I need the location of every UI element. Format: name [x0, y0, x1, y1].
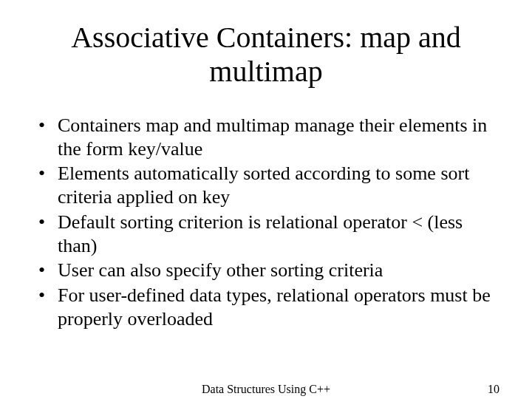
page-number: 10 — [488, 383, 499, 396]
bullet-list: Containers map and multimap manage their… — [30, 114, 502, 330]
list-item: User can also specify other sorting crit… — [37, 259, 502, 282]
footer-text: Data Structures Using C++ — [0, 383, 532, 396]
list-item: Elements automatically sorted according … — [37, 162, 502, 208]
slide-title: Associative Containers: map and multimap — [30, 21, 502, 89]
list-item: Containers map and multimap manage their… — [37, 114, 502, 160]
list-item: For user-defined data types, relational … — [37, 284, 502, 330]
list-item: Default sorting criterion is relational … — [37, 211, 502, 257]
